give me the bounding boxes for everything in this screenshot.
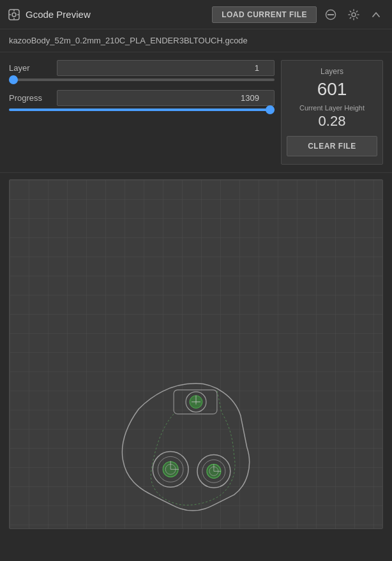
clear-file-button[interactable]: CLEAR FILE bbox=[287, 136, 377, 156]
gcode-shape-group bbox=[122, 383, 249, 510]
no-entry-icon-button[interactable] bbox=[322, 7, 340, 22]
layer-control-group: Layer bbox=[9, 60, 275, 81]
info-panel: Layers 601 Current Layer Height 0.28 CLE… bbox=[281, 60, 383, 165]
header: Gcode Preview LOAD CURRENT FILE bbox=[0, 0, 392, 29]
chevron-up-icon bbox=[371, 10, 381, 20]
svg-point-1 bbox=[12, 13, 16, 17]
layer-label: Layer bbox=[9, 63, 50, 73]
gcode-icon bbox=[8, 8, 20, 21]
layer-slider[interactable] bbox=[9, 79, 275, 81]
header-left: Gcode Preview bbox=[8, 8, 91, 21]
layers-value: 601 bbox=[317, 79, 347, 100]
svg-point-8 bbox=[352, 13, 356, 17]
layer-row: Layer bbox=[9, 60, 275, 76]
progress-control-group: Progress bbox=[9, 90, 275, 111]
preview-area bbox=[9, 179, 383, 529]
controls-left: Layer Progress bbox=[9, 60, 275, 165]
height-value: 0.28 bbox=[319, 113, 346, 130]
filename-bar: kazooBody_52m_0.2mm_210C_PLA_ENDER3BLTOU… bbox=[0, 29, 392, 52]
preview-canvas bbox=[10, 180, 382, 528]
height-label: Current Layer Height bbox=[299, 104, 365, 112]
app-title: Gcode Preview bbox=[26, 9, 91, 20]
gcode-preview-svg bbox=[10, 180, 382, 528]
progress-input[interactable] bbox=[57, 90, 275, 106]
layers-label: Layers bbox=[320, 67, 343, 76]
controls-area: Layer Progress Layers 601 Current Layer … bbox=[0, 52, 392, 173]
progress-label: Progress bbox=[9, 93, 50, 103]
progress-row: Progress bbox=[9, 90, 275, 106]
collapse-icon-button[interactable] bbox=[368, 8, 384, 22]
no-entry-icon bbox=[325, 9, 336, 20]
filename-text: kazooBody_52m_0.2mm_210C_PLA_ENDER3BLTOU… bbox=[9, 36, 248, 45]
progress-slider[interactable] bbox=[9, 108, 275, 111]
gear-icon bbox=[348, 9, 359, 20]
load-current-file-button[interactable]: LOAD CURRENT FILE bbox=[212, 6, 317, 23]
header-right: LOAD CURRENT FILE bbox=[212, 6, 384, 23]
layer-input[interactable] bbox=[57, 60, 275, 76]
progress-slider-row bbox=[9, 108, 275, 111]
layer-slider-row bbox=[9, 79, 275, 81]
settings-icon-button[interactable] bbox=[345, 7, 363, 22]
